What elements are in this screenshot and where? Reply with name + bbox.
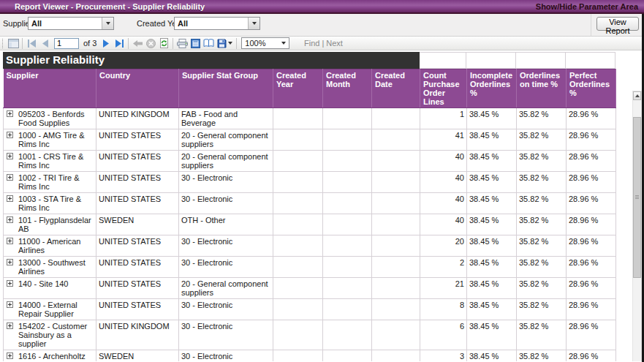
- cell-on_time: 35.82 %: [517, 235, 567, 257]
- cell-created_date: [372, 214, 420, 235]
- cell-created_date: [372, 350, 420, 362]
- cell-stat_group: 30 - Electronic: [179, 257, 273, 278]
- cell-count: 1: [420, 108, 467, 129]
- cell-created_date: [372, 151, 420, 172]
- table-row: 140 - Site 140UNITED STATES20 - General …: [4, 278, 616, 299]
- window-title: Report Viewer - Procurement - Supplier R…: [15, 2, 205, 11]
- cell-created_month: [323, 129, 372, 151]
- supplier-name: 14000 - External Repair Supplier: [18, 301, 94, 318]
- next-page-button[interactable]: [99, 37, 113, 50]
- table-row: 11000 - American AirlinesUNITED STATES30…: [4, 235, 616, 257]
- cell-supplier: 095203 - Benfords Food Supplies: [4, 108, 96, 129]
- first-page-button[interactable]: [25, 37, 38, 50]
- cell-stat_group: 30 - Electronic: [179, 299, 273, 320]
- expand-icon[interactable]: [7, 195, 13, 202]
- scrollbar-up-arrow[interactable]: [633, 91, 641, 100]
- cell-supplier: 11000 - American Airlines: [4, 235, 96, 257]
- scrollbar-grip-icon: [635, 195, 639, 200]
- cell-incomplete: 38.45 %: [467, 257, 517, 278]
- cell-incomplete: 38.45 %: [467, 193, 517, 214]
- table-row: 154202 - Customer Sainsbury as a supplie…: [4, 320, 616, 350]
- expand-icon[interactable]: [7, 280, 13, 287]
- column-header-supplier[interactable]: Supplier: [4, 69, 96, 108]
- cell-created_year: [273, 129, 323, 151]
- next-link[interactable]: Next: [326, 39, 343, 48]
- created-year-dropdown-value: All: [175, 19, 248, 28]
- column-header-country[interactable]: Country: [96, 69, 179, 108]
- column-header-count[interactable]: Count Purchase Order Lines: [420, 69, 467, 108]
- show-hide-parameter-link[interactable]: Show/Hide Parameter Area: [536, 2, 638, 11]
- column-header-created_month[interactable]: Created Month: [323, 69, 372, 108]
- find-link[interactable]: Find: [304, 39, 319, 48]
- cell-country: SWEDEN: [96, 350, 179, 362]
- expand-icon[interactable]: [7, 301, 13, 308]
- column-header-incomplete[interactable]: Incomplete Orderlines %: [467, 69, 517, 108]
- cell-on_time: 35.82 %: [517, 214, 567, 235]
- expand-icon[interactable]: [7, 110, 13, 117]
- cell-created_month: [323, 320, 372, 350]
- report-viewport: Supplier Reliability SupplierCountrySupp…: [0, 50, 644, 361]
- supplier-name: 095203 - Benfords Food Supplies: [18, 110, 94, 127]
- parameter-area-toggle-icon[interactable]: [7, 37, 20, 50]
- cell-perfect: 28.96 %: [567, 193, 616, 214]
- cell-created_month: [323, 193, 372, 214]
- cell-stat_group: 20 - General component suppliers: [179, 129, 273, 151]
- cell-perfect: 28.96 %: [567, 108, 616, 129]
- expand-icon[interactable]: [7, 323, 13, 329]
- last-page-button[interactable]: [113, 37, 126, 50]
- expand-icon[interactable]: [7, 153, 13, 159]
- column-header-created_date[interactable]: Created Date: [372, 69, 420, 108]
- expand-icon[interactable]: [7, 216, 13, 223]
- table-row: 095203 - Benfords Food SuppliesUNITED KI…: [4, 108, 616, 129]
- report-body: Supplier Reliability SupplierCountrySupp…: [0, 50, 644, 361]
- chevron-down-icon: [106, 22, 110, 25]
- title-spacer-cell: [420, 52, 466, 69]
- previous-page-button[interactable]: [38, 37, 51, 50]
- stop-icon[interactable]: [144, 37, 157, 50]
- cell-count: 6: [420, 320, 467, 350]
- cell-on_time: 35.82 %: [517, 278, 567, 299]
- expand-icon[interactable]: [7, 132, 13, 138]
- cell-supplier: 1001 - CRS Tire & Rims Inc: [4, 151, 96, 172]
- cell-perfect: 28.96 %: [567, 151, 616, 172]
- scrollbar-thumb[interactable]: [633, 117, 641, 278]
- column-header-perfect[interactable]: Perfect Orderlines %: [567, 69, 616, 108]
- supplier-dropdown[interactable]: All: [28, 17, 114, 30]
- view-report-button[interactable]: View Report: [596, 17, 639, 31]
- cell-stat_group: 30 - Electronic: [179, 193, 273, 214]
- vertical-scrollbar[interactable]: [632, 91, 642, 361]
- print-layout-icon[interactable]: [189, 37, 202, 50]
- refresh-icon[interactable]: [157, 37, 170, 50]
- column-header-stat_group[interactable]: Supplier Stat Group: [179, 69, 273, 108]
- cell-stat_group: 30 - Electronic: [179, 350, 273, 362]
- cell-created_month: [323, 214, 372, 235]
- export-save-icon[interactable]: [215, 37, 234, 50]
- back-arrow-icon[interactable]: [131, 37, 144, 50]
- expand-icon[interactable]: [7, 259, 13, 265]
- cell-incomplete: 38.45 %: [467, 172, 517, 193]
- cell-created_year: [273, 299, 323, 320]
- supplier-dropdown-button[interactable]: [102, 18, 113, 29]
- cell-count: 8: [420, 299, 467, 320]
- cell-created_month: [323, 278, 372, 299]
- zoom-dropdown[interactable]: 100%: [241, 37, 289, 49]
- cell-created_year: [273, 320, 323, 350]
- title-spacer-cell: [466, 52, 516, 69]
- created-year-dropdown-button[interactable]: [248, 18, 260, 29]
- cell-created_date: [372, 172, 420, 193]
- created-year-dropdown[interactable]: All: [174, 17, 260, 30]
- expand-icon[interactable]: [7, 238, 13, 244]
- expand-icon[interactable]: [7, 352, 13, 359]
- expand-icon[interactable]: [7, 174, 13, 181]
- cell-stat_group: 30 - Electronic: [179, 320, 273, 350]
- page-number-input[interactable]: [54, 38, 79, 49]
- column-header-on_time[interactable]: Orderlines on time %: [517, 69, 567, 108]
- find-next-group: Find|Next: [302, 39, 345, 48]
- supplier-dropdown-value: All: [29, 19, 102, 28]
- cell-created_date: [372, 257, 420, 278]
- table-row: 1001 - CRS Tire & Rims IncUNITED STATES2…: [4, 151, 616, 172]
- cell-created_date: [372, 108, 420, 129]
- page-setup-icon[interactable]: [202, 37, 215, 50]
- print-icon[interactable]: [175, 37, 189, 50]
- column-header-created_year[interactable]: Created Year: [273, 69, 323, 108]
